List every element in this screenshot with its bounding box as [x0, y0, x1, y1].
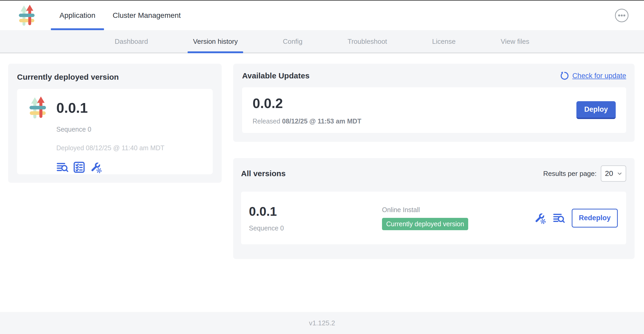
ellipsis-circle-icon	[615, 8, 629, 23]
all-versions-title: All versions	[241, 169, 286, 178]
subnav-tab-view-files[interactable]: View files	[495, 30, 535, 53]
app-footer: v1.125.2	[0, 312, 644, 334]
app-logo-icon	[18, 4, 35, 27]
app-version-logo-icon	[27, 96, 48, 119]
deployed-version-number: 0.0.1	[56, 100, 204, 116]
all-versions-card: All versions Results per page: 20 0.0.1 …	[233, 158, 635, 259]
update-released-line: Released 08/12/25 @ 11:53 am MDT	[253, 117, 361, 125]
preflight-checks-icon[interactable]	[73, 161, 85, 173]
console-version: v1.125.2	[309, 319, 335, 327]
refresh-icon	[560, 71, 569, 80]
subnav-tab-label: Troubleshoot	[348, 37, 387, 46]
released-date: 08/12/25 @ 11:53 am MDT	[282, 117, 361, 125]
results-per-page-label: Results per page:	[543, 170, 597, 178]
tab-cluster-management[interactable]: Cluster Management	[104, 1, 189, 30]
subnav-tab-label: Config	[283, 37, 302, 46]
results-per-page-select[interactable]: 20	[601, 165, 626, 182]
tab-application-label: Application	[59, 11, 95, 20]
released-label: Released	[253, 117, 282, 125]
view-diff-icon[interactable]	[56, 161, 68, 173]
subnav-tab-version-history[interactable]: Version history	[188, 30, 243, 53]
tab-cluster-management-label: Cluster Management	[113, 11, 181, 20]
deployed-timestamp: Deployed 08/12/25 @ 11:40 am MDT	[56, 144, 204, 152]
header-tabs: Application Cluster Management	[51, 1, 189, 30]
tab-application[interactable]: Application	[51, 1, 104, 30]
active-tab-underline	[51, 28, 104, 30]
subnav-tab-label: View files	[501, 37, 529, 46]
edit-config-icon[interactable]	[90, 161, 102, 173]
subnav-tab-config[interactable]: Config	[277, 30, 308, 53]
check-for-update-label: Check for update	[572, 72, 626, 80]
update-row: 0.0.2 Released 08/12/25 @ 11:53 am MDT D…	[242, 87, 626, 133]
check-for-update-link[interactable]: Check for update	[560, 71, 626, 80]
app-logo	[18, 4, 35, 26]
chevron-down-icon	[617, 171, 623, 176]
deploy-button[interactable]: Deploy	[576, 101, 616, 119]
app-header: Application Cluster Management	[0, 1, 644, 30]
row-sequence: Sequence 0	[249, 224, 382, 232]
results-per-page: Results per page: 20	[543, 165, 626, 182]
right-column: Available Updates Check for update 0.0.2…	[233, 64, 635, 259]
currently-deployed-card: Currently deployed version 0.0.1 Sequenc…	[8, 64, 222, 183]
subnav-tab-dashboard[interactable]: Dashboard	[109, 30, 154, 53]
available-updates-card: Available Updates Check for update 0.0.2…	[233, 64, 635, 142]
results-per-page-value: 20	[605, 169, 613, 178]
install-type: Online Install	[382, 206, 420, 214]
redeploy-button[interactable]: Redeploy	[572, 209, 618, 228]
deployed-version-actions	[56, 161, 204, 173]
available-updates-title: Available Updates	[242, 71, 309, 80]
deployed-version-panel: 0.0.1 Sequence 0 Deployed 08/12/25 @ 11:…	[17, 89, 213, 174]
subnav-tab-license[interactable]: License	[427, 30, 461, 53]
subnav-tab-troubleshoot[interactable]: Troubleshoot	[342, 30, 393, 53]
app-window: Application Cluster Management Dashboard…	[0, 0, 644, 334]
edit-config-icon[interactable]	[534, 212, 546, 224]
subnav-tab-label: Version history	[193, 37, 238, 46]
view-diff-icon[interactable]	[553, 212, 565, 224]
deployed-sequence: Sequence 0	[56, 126, 204, 133]
row-version-number: 0.0.1	[249, 204, 382, 219]
subnav-tab-label: Dashboard	[115, 37, 148, 46]
currently-deployed-title: Currently deployed version	[17, 73, 213, 82]
currently-deployed-badge: Currently deployed version	[382, 218, 468, 230]
subnav-tab-label: License	[432, 37, 456, 46]
app-subnav: Dashboard Version history Config Trouble…	[0, 30, 644, 53]
active-subnav-underline	[188, 51, 243, 53]
version-row: 0.0.1 Sequence 0 Online Install Currentl…	[241, 192, 626, 244]
update-version-number: 0.0.2	[253, 95, 361, 111]
overflow-menu-button[interactable]	[615, 8, 629, 23]
main-content: Currently deployed version 0.0.1 Sequenc…	[0, 53, 644, 312]
